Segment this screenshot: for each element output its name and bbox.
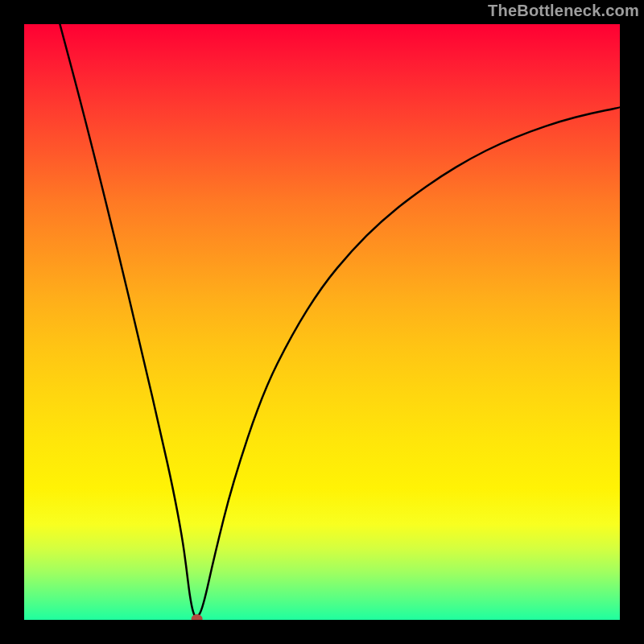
chart-frame: TheBottleneck.com	[0, 0, 644, 644]
watermark: TheBottleneck.com	[488, 2, 639, 20]
plot-area	[24, 24, 620, 620]
curve-svg	[24, 24, 620, 620]
minimum-marker	[192, 614, 203, 620]
bottleneck-curve	[60, 24, 620, 617]
